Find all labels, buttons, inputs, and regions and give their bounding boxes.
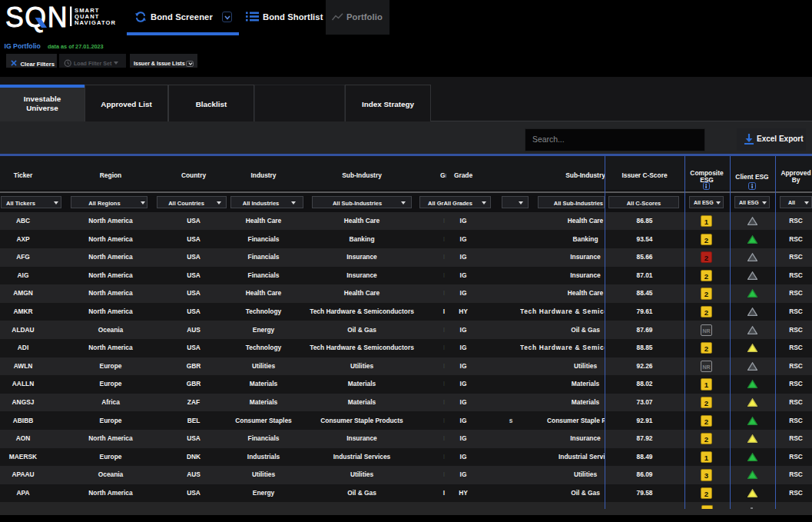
svg-text:SQN: SQN: [5, 2, 68, 33]
svg-text:NAVIGATOR: NAVIGATOR: [75, 19, 116, 26]
